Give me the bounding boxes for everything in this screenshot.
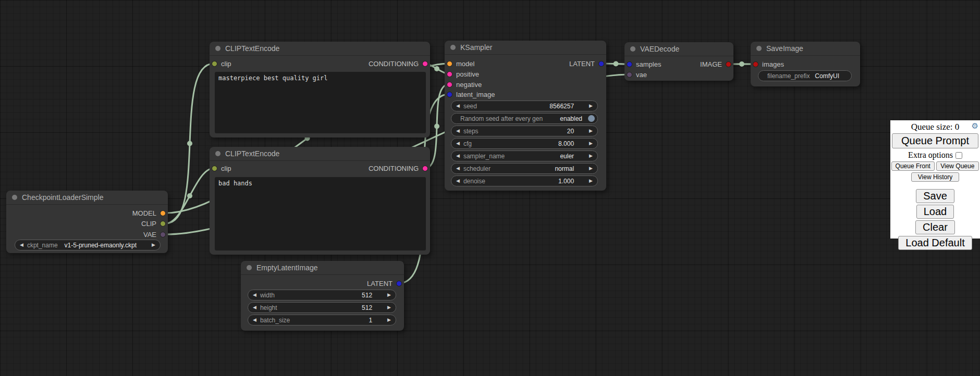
widget-label: scheduler: [463, 165, 491, 172]
node-title: CheckpointLoaderSimple: [22, 193, 103, 202]
decrement-arrow-icon[interactable]: ◀: [456, 166, 460, 171]
decrement-arrow-icon[interactable]: ◀: [253, 318, 256, 322]
prompt-textarea[interactable]: bad hands: [215, 177, 426, 250]
output-slot-conditioning: CONDITIONING: [212, 58, 428, 69]
conditioning-output-port[interactable]: [422, 166, 428, 171]
cfg-widget[interactable]: ◀ cfg 8.000 ▶: [451, 138, 598, 149]
decrement-arrow-icon[interactable]: ◀: [456, 129, 460, 133]
view-queue-button[interactable]: View Queue: [936, 161, 979, 171]
widget-value: 8.000: [475, 140, 585, 147]
vae-input-port[interactable]: [627, 72, 632, 78]
seed-widget[interactable]: ◀ seed 8566257 ▶: [451, 101, 598, 111]
decrement-arrow-icon[interactable]: ◀: [456, 179, 460, 183]
widget-value: 512: [281, 304, 384, 311]
view-history-button[interactable]: View History: [911, 172, 959, 182]
widget-label: cfg: [463, 140, 472, 147]
load-button[interactable]: Load: [916, 205, 954, 219]
node-title-bar[interactable]: CLIPTextEncode: [210, 147, 430, 161]
node-ksampler[interactable]: KSampler model positive negative latent_…: [445, 41, 606, 191]
node-status-dot-icon: [12, 195, 17, 200]
prompt-textarea[interactable]: masterpiece best quality girl: [215, 72, 426, 133]
node-status-dot-icon: [215, 46, 220, 51]
random-seed-toggle-widget[interactable]: Random seed after every gen enabled: [451, 113, 598, 124]
increment-arrow-icon[interactable]: ▶: [387, 293, 391, 297]
width-widget[interactable]: ◀ width 512 ▶: [248, 290, 396, 300]
increment-arrow-icon[interactable]: ▶: [589, 129, 593, 133]
node-title-bar[interactable]: KSampler: [445, 41, 606, 55]
node-title-bar[interactable]: EmptyLatentImage: [241, 261, 404, 275]
decrement-arrow-icon[interactable]: ◀: [456, 154, 460, 158]
node-status-dot-icon: [247, 265, 252, 270]
settings-gear-icon[interactable]: ⚙: [972, 121, 978, 131]
save-button[interactable]: Save: [916, 189, 954, 203]
decrement-arrow-icon[interactable]: ◀: [456, 104, 460, 108]
sampler-name-widget[interactable]: ◀ sampler_name euler ▶: [451, 151, 598, 161]
node-title: CLIPTextEncode: [225, 149, 279, 158]
widget-value: 512: [278, 292, 384, 299]
input-slot-vae: vae: [627, 69, 731, 80]
increment-arrow-icon[interactable]: ▶: [589, 154, 593, 158]
toggle-knob-icon[interactable]: [588, 115, 595, 122]
decrement-arrow-icon[interactable]: ◀: [456, 141, 460, 146]
steps-widget[interactable]: ◀ steps 20 ▶: [451, 126, 598, 136]
queue-menu-panel: Queue size: 0 ⚙ Queue Prompt Extra optio…: [890, 120, 980, 239]
widget-label: ckpt_name: [27, 242, 58, 249]
queue-front-button[interactable]: Queue Front: [891, 161, 935, 171]
output-slot-conditioning: CONDITIONING: [212, 163, 428, 173]
decrement-arrow-icon[interactable]: ◀: [253, 305, 256, 310]
images-input-port[interactable]: [753, 61, 758, 67]
queue-size-row: Queue size: 0 ⚙: [890, 120, 980, 133]
decrement-arrow-icon[interactable]: ◀: [253, 293, 256, 297]
widget-value: 1.000: [489, 178, 585, 185]
filename-prefix-widget[interactable]: filename_prefix ComfyUI: [758, 70, 852, 81]
latent-output-port[interactable]: [598, 61, 604, 67]
increment-arrow-icon[interactable]: ▶: [589, 104, 593, 108]
output-slot-latent: LATENT: [243, 278, 402, 289]
clear-button[interactable]: Clear: [915, 220, 955, 234]
increment-arrow-icon[interactable]: ▶: [387, 318, 391, 322]
clip-output-port[interactable]: [160, 221, 166, 227]
widget-label: batch_size: [260, 317, 290, 324]
batch-size-widget[interactable]: ◀ batch_size 1 ▶: [248, 315, 396, 325]
increment-arrow-icon[interactable]: ▶: [589, 179, 593, 183]
scheduler-widget[interactable]: ◀ scheduler normal ▶: [451, 163, 598, 174]
denoise-widget[interactable]: ◀ denoise 1.000 ▶: [451, 176, 598, 186]
increment-arrow-icon[interactable]: ▶: [589, 166, 593, 171]
latent-input-port[interactable]: [447, 92, 452, 97]
node-checkpoint-loader-simple[interactable]: CheckpointLoaderSimple MODEL CLIP VAE ◀ …: [6, 191, 168, 253]
node-clip-text-encode-positive[interactable]: CLIPTextEncode clip CONDITIONING masterp…: [210, 42, 430, 137]
node-title-bar[interactable]: CLIPTextEncode: [210, 42, 430, 56]
node-status-dot-icon: [756, 46, 762, 51]
decrement-arrow-icon[interactable]: ◀: [20, 243, 23, 247]
widget-label: sampler_name: [463, 153, 505, 160]
ckpt-name-widget[interactable]: ◀ ckpt_name v1-5-pruned-emaonly.ckpt ▶: [15, 240, 161, 250]
widget-value: ComfyUI: [813, 72, 847, 80]
model-output-port[interactable]: [160, 210, 166, 216]
latent-output-port[interactable]: [396, 281, 402, 286]
conditioning-output-port[interactable]: [422, 61, 428, 67]
widget-value: 8566257: [481, 103, 585, 110]
queue-size-label: Queue size: 0: [911, 122, 960, 132]
increment-arrow-icon[interactable]: ▶: [152, 243, 155, 247]
node-title-bar[interactable]: SaveImage: [751, 42, 860, 56]
height-widget[interactable]: ◀ height 512 ▶: [248, 302, 396, 313]
node-vae-decode[interactable]: VAEDecode samples vae IMAGE: [624, 42, 733, 81]
widget-label: filename_prefix: [763, 72, 810, 80]
node-empty-latent-image[interactable]: EmptyLatentImage LATENT ◀ width 512 ▶ ◀ …: [241, 261, 404, 331]
image-output-port[interactable]: [726, 61, 731, 67]
comfyui-canvas[interactable]: { "colors": { "link": "#a6c1a6", "model"…: [0, 0, 980, 376]
vae-output-port[interactable]: [160, 232, 166, 237]
node-title-bar[interactable]: CheckpointLoaderSimple: [6, 191, 168, 205]
node-clip-text-encode-negative[interactable]: CLIPTextEncode clip CONDITIONING bad han…: [210, 147, 430, 255]
increment-arrow-icon[interactable]: ▶: [387, 305, 391, 310]
increment-arrow-icon[interactable]: ▶: [589, 141, 593, 146]
queue-prompt-button[interactable]: Queue Prompt: [892, 133, 978, 148]
extra-options-checkbox[interactable]: [956, 152, 962, 159]
positive-input-port[interactable]: [447, 71, 452, 77]
negative-input-port[interactable]: [447, 82, 452, 87]
widget-label: height: [260, 304, 277, 311]
load-default-button[interactable]: Load Default: [898, 236, 972, 250]
node-save-image[interactable]: SaveImage images filename_prefix ComfyUI: [751, 42, 860, 86]
node-title-bar[interactable]: VAEDecode: [624, 42, 733, 56]
widget-value: euler: [508, 153, 585, 160]
